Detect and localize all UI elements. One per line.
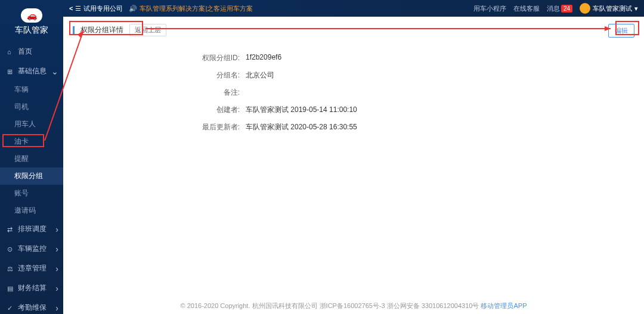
nav-label: 首页 xyxy=(18,46,32,57)
sidebar-item-fuelcard[interactable]: 油卡 xyxy=(0,133,63,150)
label: 分组名: xyxy=(186,70,246,80)
avatar-icon xyxy=(580,3,590,14)
link-miniapp[interactable]: 用车小程序 xyxy=(473,4,506,13)
row-remark: 备注: xyxy=(186,84,634,101)
nav-schedule[interactable]: ⇄排班调度 xyxy=(0,219,63,239)
nav-attendance[interactable]: ✓考勤维保 xyxy=(0,298,63,314)
sidebar-item-invite[interactable]: 邀请码 xyxy=(0,202,63,219)
grid-icon: ⊞ xyxy=(7,68,14,75)
footer: © 2016-2020 Copyright. 杭州国讯科技有限公司 浙ICP备1… xyxy=(63,298,644,314)
label: 创建者: xyxy=(186,105,246,115)
nav-label: 排班调度 xyxy=(18,224,47,234)
link-message[interactable]: 消息24 xyxy=(547,4,572,13)
msg-count-badge: 24 xyxy=(561,5,572,13)
list-icon: ▤ xyxy=(7,285,14,292)
user-name: 车队管家测试 xyxy=(593,4,632,13)
sidebar-item-account[interactable]: 账号 xyxy=(0,185,63,202)
nav-label: 考勤维保 xyxy=(18,303,47,313)
sidebar-item-vehicle[interactable]: 车辆 xyxy=(0,81,63,98)
target-icon: ⊙ xyxy=(7,245,14,253)
sidebar: 🚗 车队管家 ⌂首页 ⊞基础信息 车辆 司机 用车人 油卡 提醒 权限分组 账号… xyxy=(0,0,63,314)
label: 最后更新者: xyxy=(186,122,246,132)
message-label: 消息 xyxy=(547,5,560,12)
breadcrumb[interactable]: 试用专用公司 xyxy=(83,4,123,13)
copyright: © 2016-2020 Copyright. 杭州国讯科技有限公司 浙ICP备1… xyxy=(181,302,479,309)
nav-label: 基础信息 xyxy=(18,66,47,76)
back-icon[interactable]: < xyxy=(69,5,73,12)
link-service[interactable]: 在线客服 xyxy=(513,4,540,13)
scale-icon: ⚖ xyxy=(7,265,14,272)
page-title: 权限分组详情 xyxy=(80,25,123,35)
sidebar-item-permgroup[interactable]: 权限分组 xyxy=(0,167,63,185)
menu-icon: ☰ xyxy=(75,5,81,13)
edit-button[interactable]: 编辑 xyxy=(608,24,634,38)
accent-bar xyxy=(73,26,75,35)
check-icon: ✓ xyxy=(7,304,14,312)
home-icon: ⌂ xyxy=(7,48,14,55)
nav-baseinfo[interactable]: ⊞基础信息 xyxy=(0,61,63,81)
chevron-down-icon: ▾ xyxy=(634,5,638,13)
sidebar-item-reminder[interactable]: 提醒 xyxy=(0,150,63,167)
footer-link[interactable]: 移动管理员APP xyxy=(481,302,527,309)
topbar: < ☰ 试用专用公司 🔊 车队管理系列解决方案|之客运用车方案 用车小程序 在线… xyxy=(63,0,644,17)
nav-monitor[interactable]: ⊙车辆监控 xyxy=(0,239,63,259)
main: < ☰ 试用专用公司 🔊 车队管理系列解决方案|之客运用车方案 用车小程序 在线… xyxy=(63,0,644,314)
value: 车队管家测试 2020-05-28 16:30:55 xyxy=(246,122,357,132)
back-button[interactable]: 返回上层 xyxy=(129,24,166,36)
announce-text[interactable]: 车队管理系列解决方案|之客运用车方案 xyxy=(140,4,253,13)
label: 备注: xyxy=(186,88,246,98)
nav-label: 违章管理 xyxy=(18,263,47,273)
user-menu[interactable]: 车队管家测试 ▾ xyxy=(580,3,638,14)
car-icon: 🚗 xyxy=(21,8,42,23)
brand-logo[interactable]: 🚗 车队管家 xyxy=(0,0,63,42)
page-header: 权限分组详情 返回上层 xyxy=(73,24,634,42)
row-groupid: 权限分组ID:1f2b209ef6 xyxy=(186,49,634,67)
value: 车队管家测试 2019-05-14 11:00:10 xyxy=(246,105,357,115)
sidebar-item-passenger[interactable]: 用车人 xyxy=(0,116,63,133)
row-creator: 创建者:车队管家测试 2019-05-14 11:00:10 xyxy=(186,101,634,119)
nav-list: ⌂首页 ⊞基础信息 车辆 司机 用车人 油卡 提醒 权限分组 账号 邀请码 ⇄排… xyxy=(0,42,63,314)
nav-label: 车辆监控 xyxy=(18,244,47,254)
row-groupname: 分组名:北京公司 xyxy=(186,67,634,84)
detail-table: 权限分组ID:1f2b209ef6 分组名:北京公司 备注: 创建者:车队管家测… xyxy=(186,49,634,136)
nav-violation[interactable]: ⚖违章管理 xyxy=(0,259,63,278)
swap-icon: ⇄ xyxy=(7,226,14,233)
nav-label: 财务结算 xyxy=(18,283,47,293)
content: 权限分组详情 返回上层 编辑 权限分组ID:1f2b209ef6 分组名:北京公… xyxy=(63,17,644,298)
value: 北京公司 xyxy=(246,70,274,80)
speaker-icon: 🔊 xyxy=(129,5,137,13)
row-updater: 最后更新者:车队管家测试 2020-05-28 16:30:55 xyxy=(186,119,634,136)
brand-name: 车队管家 xyxy=(0,25,63,36)
sidebar-item-driver[interactable]: 司机 xyxy=(0,98,63,116)
nav-home[interactable]: ⌂首页 xyxy=(0,42,63,61)
value: 1f2b209ef6 xyxy=(246,53,281,63)
label: 权限分组ID: xyxy=(186,53,246,63)
nav-finance[interactable]: ▤财务结算 xyxy=(0,278,63,298)
